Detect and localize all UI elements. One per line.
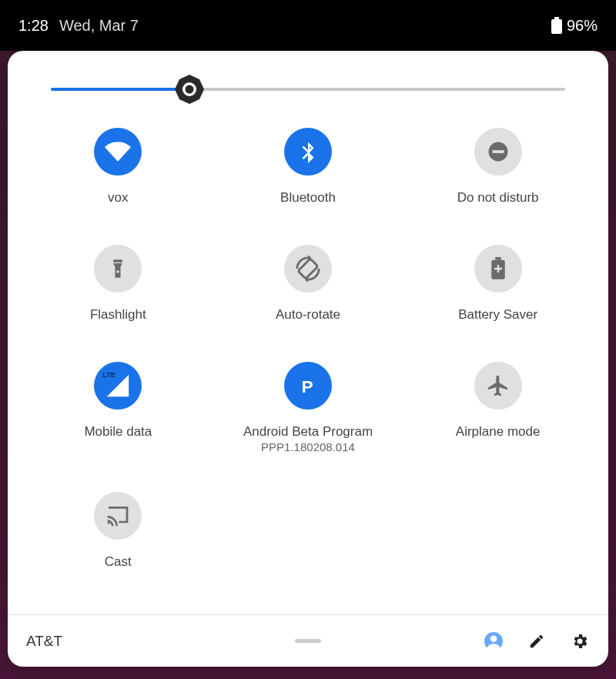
edit-icon[interactable] [527, 631, 547, 651]
autorotate-icon [284, 245, 332, 293]
tile-label: vox [108, 189, 128, 206]
brightness-track [51, 88, 565, 91]
battery-percent: 96% [567, 17, 598, 35]
tile-label: Do not disturb [457, 189, 539, 206]
tile-label: Airplane mode [456, 423, 541, 440]
battery-saver-icon [474, 245, 522, 293]
battery-icon [551, 17, 562, 34]
tile-airplane[interactable]: Airplane mode [403, 362, 593, 453]
airplane-icon [474, 362, 522, 410]
qs-tiles-grid: vox Bluetooth Do not disturb Flashlight [8, 112, 608, 570]
brightness-slider[interactable] [8, 66, 608, 112]
svg-text:P: P [301, 376, 313, 396]
status-bar: 1:28 Wed, Mar 7 96% [0, 0, 616, 51]
tile-label: Auto-rotate [276, 306, 340, 323]
cast-icon [94, 492, 142, 540]
carrier-label: AT&T [26, 633, 62, 650]
svg-rect-8 [495, 257, 501, 260]
svg-point-14 [490, 635, 497, 642]
tile-label: Cast [105, 554, 132, 570]
brightness-thumb[interactable] [173, 73, 206, 105]
tile-label: Battery Saver [458, 306, 537, 323]
tile-sublabel: PPP1.180208.014 [261, 440, 355, 453]
svg-rect-0 [554, 17, 559, 19]
settings-icon[interactable] [570, 631, 590, 651]
qs-footer: AT&T [8, 614, 608, 667]
bluetooth-icon [284, 128, 332, 176]
android-beta-icon: P [284, 362, 332, 410]
svg-rect-11 [494, 268, 502, 270]
svg-rect-6 [492, 150, 504, 153]
tile-wifi[interactable]: vox [23, 128, 213, 206]
tile-label: Mobile data [84, 423, 152, 440]
tile-android-beta[interactable]: P Android Beta Program PPP1.180208.014 [213, 362, 403, 453]
user-icon[interactable] [484, 631, 504, 651]
tile-dnd[interactable]: Do not disturb [403, 128, 593, 206]
wifi-icon [94, 128, 142, 176]
tile-label: Android Beta Program [243, 423, 373, 440]
tile-bluetooth[interactable]: Bluetooth [213, 128, 403, 206]
brightness-fill [51, 88, 189, 91]
status-date: Wed, Mar 7 [59, 17, 139, 35]
battery-indicator: 96% [551, 17, 598, 35]
tile-label: Bluetooth [280, 189, 336, 206]
quick-settings-panel: vox Bluetooth Do not disturb Flashlight [8, 51, 608, 667]
tile-autorotate[interactable]: Auto-rotate [213, 245, 403, 323]
mobile-data-icon: LTE [94, 362, 142, 410]
flashlight-icon [94, 245, 142, 293]
svg-rect-1 [551, 19, 562, 34]
drag-handle[interactable] [295, 639, 321, 643]
tile-flashlight[interactable]: Flashlight [23, 245, 213, 323]
dnd-icon [474, 128, 522, 176]
tile-cast[interactable]: Cast [23, 492, 213, 570]
tile-mobile-data[interactable]: LTE Mobile data [23, 362, 213, 453]
svg-point-4 [186, 85, 194, 94]
tile-label: Flashlight [90, 306, 146, 323]
status-time: 1:28 [18, 17, 49, 35]
tile-battery-saver[interactable]: Battery Saver [403, 245, 593, 323]
